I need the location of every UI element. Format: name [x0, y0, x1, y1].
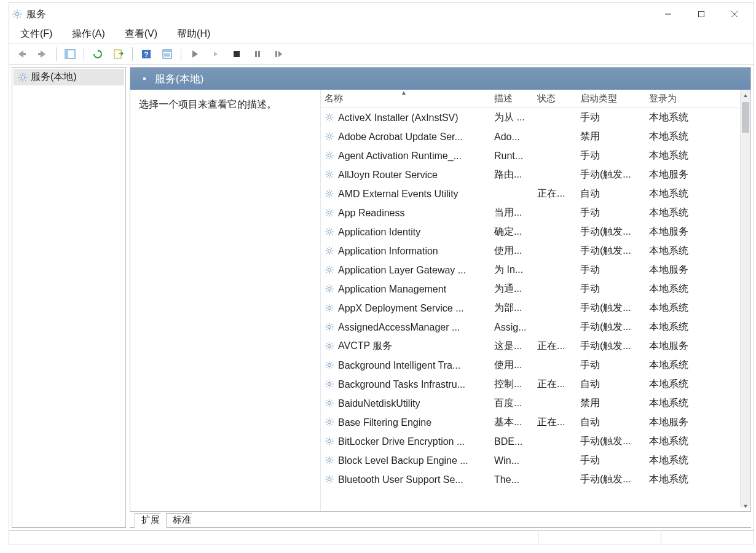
table-row[interactable]: Application Information使用...手动(触发...本地系统: [321, 241, 740, 261]
table-row[interactable]: AssignedAccessManager ...Assig...手动(触发..…: [321, 318, 740, 337]
column-description[interactable]: 描述: [490, 93, 534, 104]
service-logon: 本地系统: [645, 283, 713, 296]
service-startup: 手动(触发...: [577, 321, 645, 334]
service-description: 路由...: [490, 168, 534, 181]
view-tabs: 扩展 标准: [130, 512, 751, 528]
service-startup: 自动: [577, 416, 645, 429]
maximize-button[interactable]: [685, 5, 718, 23]
detail-pane: 服务(本地) 选择一个项目来查看它的描述。 ▲ 名称 描述: [130, 67, 751, 512]
service-logon: 本地系统: [645, 359, 713, 372]
stop-service-button[interactable]: [227, 45, 246, 63]
vertical-scrollbar[interactable]: ▲ ▼: [740, 90, 750, 511]
start-service-button[interactable]: [185, 45, 205, 63]
properties-button[interactable]: [157, 45, 177, 63]
table-row[interactable]: Background Intelligent Tra...使用...手动本地系统: [321, 356, 740, 375]
table-row[interactable]: Bluetooth User Support Se...The...手动(触发.…: [321, 470, 740, 489]
table-row[interactable]: AppX Deployment Service ...为部...手动(触发...…: [321, 299, 740, 318]
table-row[interactable]: AMD External Events Utility正在...自动本地系统: [321, 184, 740, 203]
svg-rect-10: [699, 12, 704, 17]
service-name: Application Information: [338, 246, 438, 257]
table-row[interactable]: Application Identity确定...手动(触发...本地服务: [321, 222, 740, 241]
services-window: 服务 文件(F) 操作(A) 查看(V) 帮助(H) ?: [9, 2, 754, 544]
tab-standard[interactable]: 标准: [166, 513, 198, 528]
table-row[interactable]: Base Filtering Engine基本...正在...自动本地服务: [321, 413, 740, 432]
menu-view[interactable]: 查看(V): [122, 26, 160, 42]
service-startup: 自动: [577, 187, 645, 200]
forward-button[interactable]: [33, 45, 52, 63]
console-tree[interactable]: 服务(本地): [12, 67, 126, 528]
tree-node-services-local[interactable]: 服务(本地): [14, 69, 124, 85]
column-headers[interactable]: ▲ 名称 描述 状态 启动类型 登录为: [321, 90, 740, 108]
column-startup[interactable]: 启动类型: [577, 93, 645, 104]
scroll-up-button[interactable]: ▲: [741, 90, 750, 100]
service-name: BitLocker Drive Encryption ...: [338, 436, 465, 447]
service-startup: 手动: [577, 359, 645, 372]
svg-rect-27: [275, 51, 277, 57]
gear-icon: [325, 455, 336, 466]
service-name: Base Filtering Engine: [338, 417, 431, 428]
tab-extended[interactable]: 扩展: [135, 513, 167, 528]
close-button[interactable]: [718, 5, 751, 23]
svg-rect-25: [255, 51, 257, 57]
table-row[interactable]: BaiduNetdiskUtility百度...禁用本地系统: [321, 394, 740, 413]
gear-icon: [325, 341, 336, 352]
service-description: 为 In...: [490, 264, 534, 276]
table-row[interactable]: Background Tasks Infrastru...控制...正在...自…: [321, 375, 740, 394]
service-name: AppX Deployment Service ...: [338, 303, 464, 314]
services-list[interactable]: ▲ 名称 描述 状态 启动类型 登录为 ActiveX Installer (A…: [321, 90, 740, 511]
service-startup: 手动(触发...: [577, 168, 645, 181]
table-row[interactable]: Adobe Acrobat Update Ser...Ado...禁用本地系统: [321, 127, 740, 146]
menu-action[interactable]: 操作(A): [69, 26, 107, 42]
service-logon: 本地系统: [645, 130, 713, 143]
service-logon: 本地系统: [645, 187, 713, 200]
refresh-button[interactable]: [88, 45, 108, 63]
service-startup: 手动: [577, 454, 645, 467]
column-logon[interactable]: 登录为: [645, 93, 713, 104]
back-button[interactable]: [12, 45, 31, 63]
service-name: App Readiness: [338, 208, 405, 219]
play-small-button[interactable]: [206, 45, 226, 63]
pause-service-button[interactable]: [248, 45, 267, 63]
table-row[interactable]: ActiveX Installer (AxInstSV)为从 ...手动本地系统: [321, 108, 740, 127]
service-startup: 手动: [577, 264, 645, 276]
scroll-thumb[interactable]: [742, 102, 749, 133]
restart-service-button[interactable]: [269, 45, 288, 63]
service-logon: 本地服务: [645, 226, 713, 238]
service-name: Agent Activation Runtime_...: [338, 151, 462, 162]
show-hide-tree-button[interactable]: [60, 45, 80, 63]
service-description: 当用...: [490, 206, 534, 219]
service-startup: 手动: [577, 111, 645, 124]
service-name: AssignedAccessManager ...: [338, 322, 460, 333]
menu-bar: 文件(F) 操作(A) 查看(V) 帮助(H): [9, 25, 754, 44]
svg-rect-16: [65, 50, 68, 58]
svg-rect-21: [163, 50, 171, 52]
table-row[interactable]: Application Layer Gateway ...为 In...手动本地…: [321, 261, 740, 280]
gear-icon: [139, 73, 150, 84]
menu-file[interactable]: 文件(F): [18, 26, 55, 42]
table-row[interactable]: BitLocker Drive Encryption ...BDE...手动(触…: [321, 432, 740, 451]
service-logon: 本地服务: [645, 264, 713, 276]
table-row[interactable]: AllJoyn Router Service路由...手动(触发...本地服务: [321, 165, 740, 184]
table-row[interactable]: Agent Activation Runtime_...Runt...手动本地系…: [321, 146, 740, 165]
column-status[interactable]: 状态: [534, 93, 577, 104]
service-startup: 手动(触发...: [577, 245, 645, 257]
title-bar[interactable]: 服务: [9, 3, 754, 25]
table-row[interactable]: AVCTP 服务这是...正在...手动(触发...本地服务: [321, 337, 740, 356]
help-button[interactable]: ?: [136, 45, 156, 63]
pane-title: 服务(本地): [155, 72, 203, 86]
status-bar: [9, 530, 754, 544]
table-row[interactable]: App Readiness当用...手动本地系统: [321, 203, 740, 222]
table-row[interactable]: Block Level Backup Engine ...Win...手动本地系…: [321, 451, 740, 470]
table-row[interactable]: Application Management为通...手动本地系统: [321, 280, 740, 299]
export-list-button[interactable]: [109, 45, 128, 63]
service-logon: 本地系统: [645, 378, 713, 391]
service-name: Application Identity: [338, 227, 420, 238]
svg-rect-13: [23, 53, 26, 55]
service-description: Ado...: [490, 131, 534, 143]
menu-help[interactable]: 帮助(H): [175, 26, 213, 42]
service-startup: 手动: [577, 283, 645, 296]
service-description: Runt...: [490, 151, 534, 162]
minimize-button[interactable]: [652, 5, 685, 23]
service-description: 百度...: [490, 397, 534, 410]
service-startup: 禁用: [577, 397, 645, 410]
